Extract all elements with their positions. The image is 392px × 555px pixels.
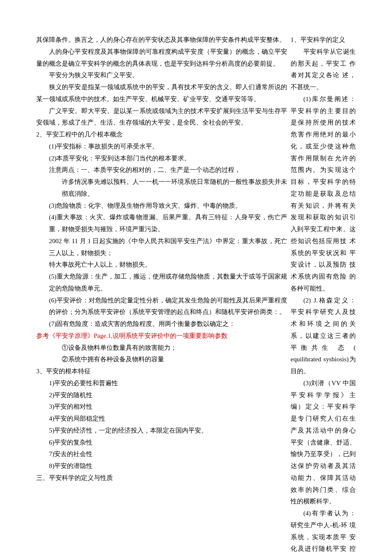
- right-para-1: 平安科学从它诞生的那天起，平安工 作者对其定义各论 述，不甚统一。: [291, 46, 356, 93]
- right-para-5: (4)有学者认为： 研究生产中人-机-环 境系统，实现本质平 安化及进行随机平安…: [291, 508, 356, 555]
- document-body: 1、平安科学的定义 平安科学从它诞生的那天起，平安工 作者对其定义各论 述，不甚…: [36, 34, 356, 484]
- right-para-4: (3)刘潜（VV 中国 平安科学学报》主 编）定义：平安科学 是专门研究人们在生…: [291, 378, 356, 508]
- right-para-3: (2) J.格森定义： 平安科学研究人及技 术和环境之间的关 系，以建立这三者的…: [291, 295, 356, 378]
- right-heading-1: 1、平安科学的定义: [291, 34, 356, 46]
- right-column: 1、平安科学的定义 平安科学从它诞生的那天起，平安工 作者对其定义各论 述，不甚…: [291, 34, 356, 555]
- right-para-2: (1)库尔曼阐述： 平安科学的主要目的 是保持所使用的技术 危害作用绝对的最小 …: [291, 93, 356, 295]
